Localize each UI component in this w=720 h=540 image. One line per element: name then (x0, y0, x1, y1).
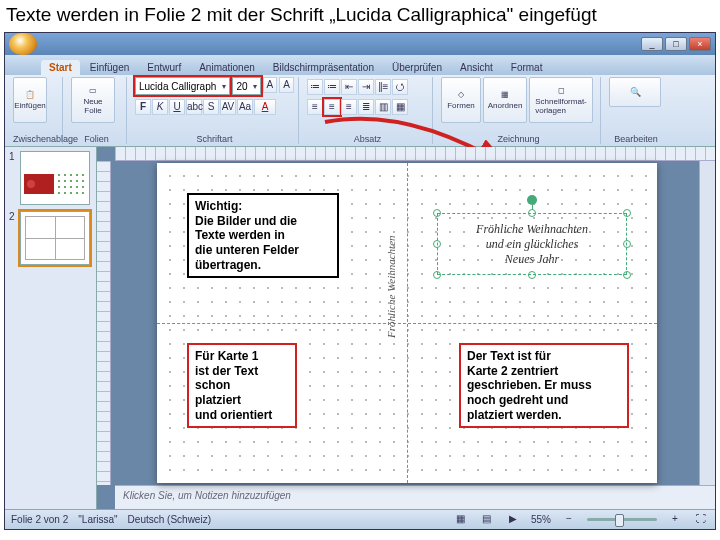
text-direction-button[interactable]: ⭯ (392, 79, 408, 95)
tab-einfuegen[interactable]: Einfügen (82, 60, 137, 75)
annotation-wichtig: Wichtig: Die Bilder und die Texte werden… (187, 193, 339, 278)
case-button[interactable]: Aa (237, 99, 253, 115)
quickstyles-button[interactable]: ◻Schnellformat- vorlagen (529, 77, 593, 123)
shrink-font-button[interactable]: A (279, 77, 294, 93)
ribbon: 📋Einfügen Zwischenablage ▭Neue Folie Fol… (5, 75, 715, 147)
indent-dec-button[interactable]: ⇤ (341, 79, 357, 95)
arrange-button[interactable]: ▦Anordnen (483, 77, 527, 123)
textbox-line2: und ein glückliches (486, 237, 579, 252)
office-orb-icon[interactable] (9, 33, 37, 55)
page-heading: Texte werden in Folie 2 mit der Schrift … (0, 0, 720, 32)
fit-window-icon[interactable]: ⛶ (693, 512, 709, 528)
status-language[interactable]: Deutsch (Schweiz) (128, 514, 211, 525)
chevron-down-icon: ▾ (222, 78, 226, 95)
tab-bildschirmpraesentation[interactable]: Bildschirmpräsentation (265, 60, 382, 75)
status-theme: "Larissa" (78, 514, 117, 525)
font-size-combo[interactable]: 20▾ (232, 77, 260, 95)
view-sorter-icon[interactable]: ▤ (479, 512, 495, 528)
slide-thumbnails-panel: 1 2 (5, 147, 97, 509)
tab-start[interactable]: Start (41, 60, 80, 75)
edit-button[interactable]: 🔍 (609, 77, 661, 107)
view-slideshow-icon[interactable]: ▶ (505, 512, 521, 528)
align-center-button[interactable]: ≡ (324, 99, 340, 115)
align-left-button[interactable]: ≡ (307, 99, 323, 115)
numbering-button[interactable]: ≔ (324, 79, 340, 95)
shapes-button[interactable]: ◇Formen (441, 77, 481, 123)
close-button[interactable]: × (689, 37, 711, 51)
tab-entwurf[interactable]: Entwurf (139, 60, 189, 75)
slide-thumb-2[interactable] (20, 211, 90, 265)
notes-pane[interactable]: Klicken Sie, um Notizen hinzuzufügen (115, 485, 715, 509)
slide-canvas-area[interactable]: Wichtig: Die Bilder und die Texte werden… (115, 161, 699, 485)
slide-thumb-1[interactable] (20, 151, 90, 205)
zoom-out-button[interactable]: − (561, 512, 577, 528)
arrange-icon: ▦ (501, 90, 509, 99)
bullets-button[interactable]: ≔ (307, 79, 323, 95)
group-bearbeiten: Bearbeiten (609, 133, 663, 144)
zoom-slider[interactable] (587, 518, 657, 521)
new-slide-label: Neue Folie (83, 97, 102, 115)
shapes-label: Formen (447, 101, 475, 110)
font-size-value: 20 (236, 78, 247, 95)
selected-textbox[interactable]: Fröhliche Weihnachten und ein glückliche… (437, 213, 627, 275)
group-zwischenablage: Zwischenablage (13, 133, 58, 144)
rotate-handle-icon[interactable] (527, 195, 537, 205)
zoom-in-button[interactable]: + (667, 512, 683, 528)
italic-button[interactable]: K (152, 99, 168, 115)
shadow-button[interactable]: S (203, 99, 219, 115)
annotation-karte2: Der Text ist für Karte 2 zentriert gesch… (459, 343, 629, 428)
paste-label: Einfügen (14, 101, 46, 110)
textbox-content[interactable]: Fröhliche Weihnachten und ein glückliche… (437, 213, 627, 275)
status-slide-number: Folie 2 von 2 (11, 514, 68, 525)
ribbon-tabs: Start Einfügen Entwurf Animationen Bilds… (5, 55, 715, 75)
quickstyles-label: Schnellformat- vorlagen (535, 97, 587, 115)
font-family-value: Lucida Calligraph (139, 78, 216, 95)
char-spacing-button[interactable]: AV (220, 99, 236, 115)
indent-inc-button[interactable]: ⇥ (358, 79, 374, 95)
columns-button[interactable]: ▥ (375, 99, 391, 115)
group-zeichnung: Zeichnung (441, 133, 596, 144)
shapes-icon: ◇ (458, 90, 464, 99)
justify-button[interactable]: ≣ (358, 99, 374, 115)
align-right-button[interactable]: ≡ (341, 99, 357, 115)
minimize-button[interactable]: _ (641, 37, 663, 51)
textbox-line3: Neues Jahr (505, 252, 559, 267)
underline-button[interactable]: U (169, 99, 185, 115)
workspace: 1 2 (5, 147, 715, 509)
new-slide-icon: ▭ (89, 86, 97, 95)
tab-format[interactable]: Format (503, 60, 551, 75)
powerpoint-window: _ □ × Start Einfügen Entwurf Animationen… (4, 32, 716, 530)
clipboard-icon: 📋 (25, 90, 35, 99)
annotation-karte1: Für Karte 1 ist der Text schon platziert… (187, 343, 297, 428)
grow-font-button[interactable]: A (263, 77, 278, 93)
thumb-1-number: 1 (9, 151, 17, 205)
group-folien: Folien (71, 133, 122, 144)
group-schriftart: Schriftart (135, 133, 294, 144)
group-absatz: Absatz (307, 133, 428, 144)
quickstyles-icon: ◻ (558, 86, 565, 95)
guide-horizontal (157, 323, 657, 324)
font-family-combo[interactable]: Lucida Calligraph▾ (135, 77, 230, 95)
ruler-horizontal (115, 147, 715, 161)
titlebar: _ □ × (5, 33, 715, 55)
tab-ansicht[interactable]: Ansicht (452, 60, 501, 75)
strike-button[interactable]: abc (186, 99, 202, 115)
textbox-line1: Fröhliche Weihnachten (476, 222, 588, 237)
tab-animationen[interactable]: Animationen (191, 60, 263, 75)
paste-button[interactable]: 📋Einfügen (13, 77, 47, 123)
find-icon: 🔍 (630, 78, 641, 106)
zoom-value: 55% (531, 514, 551, 525)
slide-editor: Wichtig: Die Bilder und die Texte werden… (97, 147, 715, 509)
view-normal-icon[interactable]: ▦ (453, 512, 469, 528)
tab-ueberpruefen[interactable]: Überprüfen (384, 60, 450, 75)
line-spacing-button[interactable]: ‖≡ (375, 79, 391, 95)
font-color-button[interactable]: A (254, 99, 276, 115)
slide-rotated-text[interactable]: Fröhliche Weihnachten (385, 208, 397, 338)
bold-button[interactable]: F (135, 99, 151, 115)
new-slide-button[interactable]: ▭Neue Folie (71, 77, 115, 123)
maximize-button[interactable]: □ (665, 37, 687, 51)
scrollbar-vertical[interactable] (699, 161, 715, 485)
slide[interactable]: Wichtig: Die Bilder und die Texte werden… (157, 163, 657, 483)
smartart-button[interactable]: ▦ (392, 99, 408, 115)
chevron-down-icon: ▾ (253, 78, 257, 95)
